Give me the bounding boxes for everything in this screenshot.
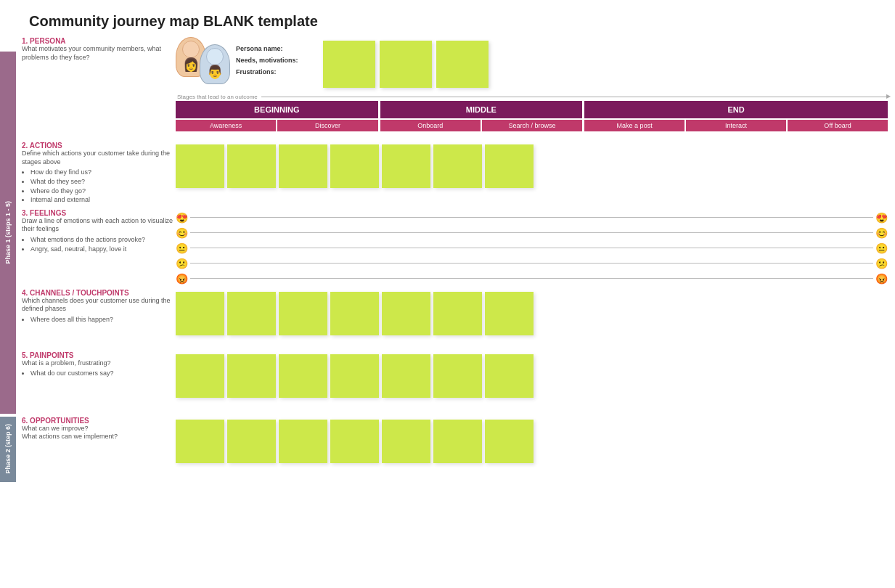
channels-sidebar: 4. CHANNELS / TOUCHPOINTS Which channels… — [16, 289, 176, 324]
feeling-line-5: 😡 😡 — [176, 273, 888, 285]
sticky-note[interactable] — [330, 144, 379, 188]
persona-avatar: 👩 👨 — [176, 37, 230, 84]
sticky-note[interactable] — [279, 354, 327, 398]
stage-sub-onboard: Onboard — [380, 120, 481, 131]
actions-desc: Define which actions your customer take … — [22, 150, 176, 166]
feelings-sidebar: 3. FEELINGS Draw a line of emotions with… — [16, 209, 176, 254]
sticky-note[interactable] — [436, 41, 489, 88]
stage-sub-search-browse: Search / browse — [482, 120, 582, 131]
feeling-line-4: 😕 😕 — [176, 258, 888, 269]
stage-sub-discover: Discover — [277, 120, 377, 131]
feeling-line-1: 😍 😍 — [176, 212, 888, 224]
phase2-section: Phase 2 (step 6) 6. OPPORTUNITIES What c… — [0, 417, 888, 482]
painpoints-desc: What is a problem, frustrating? — [22, 359, 176, 368]
sticky-note[interactable] — [485, 354, 534, 398]
sticky-note[interactable] — [176, 354, 224, 398]
stage-sub-make-post: Make a post — [584, 120, 684, 131]
feeling-emoji-left-1: 😍 — [176, 212, 188, 224]
channels-desc: Which channels does your customer use du… — [22, 297, 176, 314]
opportunities-title: 6. OPPORTUNITIES — [22, 417, 176, 425]
feelings-desc: Draw a line of emotions with each action… — [22, 217, 176, 234]
opportunities-stickies — [176, 417, 888, 463]
persona-sidebar: 1. PERSONA What motivates your community… — [16, 37, 176, 62]
persona-description: What motivates your community members, w… — [22, 45, 176, 62]
feeling-line-bar-4 — [190, 263, 873, 264]
feeling-line-3: 😐 😐 — [176, 242, 888, 254]
stage-group-end: END Make a post Interact Off board — [584, 101, 888, 131]
actions-row: 2. ACTIONS Define which actions your cus… — [16, 142, 888, 205]
sticky-note[interactable] — [279, 144, 327, 188]
feelings-row: 3. FEELINGS Draw a line of emotions with… — [16, 209, 888, 285]
sticky-note[interactable] — [323, 41, 375, 88]
sticky-note[interactable] — [176, 420, 224, 463]
painpoints-stickies — [176, 351, 888, 398]
stage-header-middle: MIDDLE — [380, 101, 583, 118]
sticky-note[interactable] — [279, 292, 327, 335]
painpoints-list: What do our customers say? — [22, 369, 176, 378]
sticky-note[interactable] — [227, 292, 276, 335]
sticky-note[interactable] — [176, 144, 224, 188]
sticky-note[interactable] — [485, 292, 534, 335]
actions-title: 2. ACTIONS — [22, 142, 176, 150]
actions-stickies — [176, 142, 888, 188]
feeling-emoji-right-5: 😡 — [875, 273, 888, 285]
phase2-label-container: Phase 2 (step 6) — [0, 417, 16, 482]
opportunities-desc: What can we improve?What actions can we … — [22, 425, 176, 441]
sticky-note[interactable] — [330, 354, 379, 398]
actions-list: How do they find us? What do they see? W… — [22, 168, 176, 204]
sticky-note[interactable] — [380, 41, 432, 88]
feelings-title: 3. FEELINGS — [22, 209, 176, 217]
sticky-note[interactable] — [227, 144, 276, 188]
page-title: Community journey map BLANK template — [29, 13, 888, 30]
feeling-emoji-right-3: 😐 — [875, 242, 888, 254]
sticky-note[interactable] — [227, 354, 276, 398]
stage-group-beginning: BEGINNING Awareness Discover — [176, 101, 378, 131]
feeling-emoji-left-4: 😕 — [176, 258, 188, 269]
sticky-note[interactable] — [433, 292, 482, 335]
stage-sub-off-board: Off board — [788, 120, 888, 131]
channels-row: 4. CHANNELS / TOUCHPOINTS Which channels… — [16, 289, 888, 347]
sticky-note[interactable] — [330, 420, 379, 463]
sticky-note[interactable] — [227, 420, 276, 463]
actions-sidebar: 2. ACTIONS Define which actions your cus… — [16, 142, 176, 205]
feelings-list: What emotions do the actions provoke? An… — [22, 235, 176, 253]
stage-headers: BEGINNING Awareness Discover MIDDLE Onbo… — [176, 101, 888, 131]
stage-header-end: END — [584, 101, 888, 118]
feeling-emoji-left-5: 😡 — [176, 273, 188, 285]
feeling-line-bar-5 — [190, 278, 873, 279]
stage-sub-awareness: Awareness — [176, 120, 276, 131]
sticky-note[interactable] — [382, 354, 430, 398]
sticky-note[interactable] — [382, 144, 430, 188]
stage-header-beginning: BEGINNING — [176, 101, 378, 118]
persona-stickies — [323, 37, 888, 88]
sticky-note[interactable] — [382, 292, 430, 335]
feeling-line-bar-3 — [190, 248, 873, 248]
stage-group-middle: MIDDLE Onboard Search / browse — [380, 101, 583, 131]
channels-stickies — [176, 289, 888, 335]
sticky-note[interactable] — [330, 292, 379, 335]
sticky-note[interactable] — [382, 420, 430, 463]
sticky-note[interactable] — [433, 354, 482, 398]
feeling-emoji-right-1: 😍 — [875, 212, 888, 224]
feeling-emoji-left-3: 😐 — [176, 242, 188, 254]
feeling-emoji-right-4: 😕 — [875, 258, 888, 269]
stage-sub-interact: Interact — [686, 120, 786, 131]
sticky-note[interactable] — [485, 420, 534, 463]
opportunities-sidebar: 6. OPPORTUNITIES What can we improve?Wha… — [16, 417, 176, 441]
sticky-note[interactable] — [485, 144, 534, 188]
persona-fields: Persona name: Needs, motivations: Frustr… — [236, 37, 323, 78]
feeling-line-bar-2 — [190, 232, 873, 233]
stages-arrow-row: Stages that lead to an outcome ▶ BEGINNI… — [176, 94, 888, 131]
sticky-note[interactable] — [279, 420, 327, 463]
sticky-note[interactable] — [433, 144, 482, 188]
painpoints-row: 5. PAINPOINTS What is a problem, frustra… — [16, 351, 888, 409]
feeling-emoji-left-2: 😊 — [176, 227, 188, 239]
feeling-line-bar-1 — [190, 217, 873, 218]
stages-arrow-label: Stages that lead to an outcome — [177, 94, 258, 100]
feeling-line-2: 😊 😊 — [176, 227, 888, 239]
page: Community journey map BLANK template Pha… — [0, 0, 895, 588]
sticky-note[interactable] — [433, 420, 482, 463]
sticky-note[interactable] — [176, 292, 224, 335]
persona-title: 1. PERSONA — [22, 37, 176, 45]
channels-title: 4. CHANNELS / TOUCHPOINTS — [22, 289, 176, 297]
